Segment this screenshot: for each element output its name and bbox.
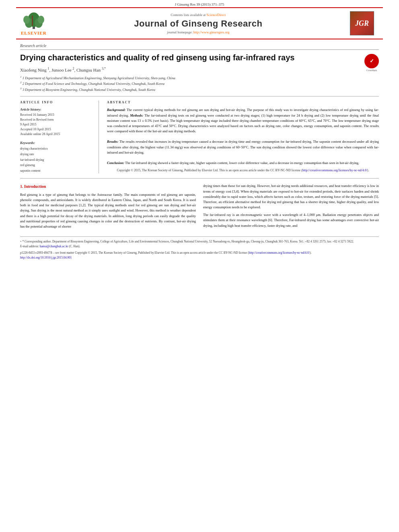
abstract-text: Background: The current typical drying m… (107, 107, 379, 166)
article-title: Drying characteristics and quality of re… (20, 52, 379, 63)
received-revised-label: Received in Revised form (20, 117, 90, 122)
crossmark-badge: ✓ CrossMark (364, 54, 379, 72)
pissn-text: p1226-8453 e2093-4947/$ – see front matt… (20, 251, 249, 255)
svg-point-5 (38, 16, 44, 24)
authors-line: Xiaofeng Ning 1, Junsoo Lee 2, Chungsu H… (20, 67, 379, 72)
elsevier-logo: ELSEVIER (21, 12, 47, 35)
body-columns: 1. Introduction Red ginseng is a type of… (20, 183, 379, 232)
pissn-link[interactable]: http://creativecommons.org/licenses/by-n… (249, 251, 310, 255)
journal-homepage: journal homepage: http://www.ginsengres.… (47, 30, 350, 34)
footnote-star: * (20, 240, 22, 243)
svg-point-4 (23, 16, 30, 24)
jgr-logo-box: JGR (350, 11, 374, 35)
author1-sup: 1 (47, 67, 49, 70)
keyword-1: drying characteristics (20, 146, 90, 152)
background-label: Background: (107, 108, 125, 112)
email-label: E-mail address: (20, 244, 39, 248)
svg-rect-6 (32, 16, 33, 26)
corresponding-text: Department of Biosystem Engineering, Col… (52, 240, 354, 243)
results-text: The results revealed that increases in d… (107, 140, 379, 154)
received-revised-date: 9 April 2015 (20, 122, 90, 127)
jgr-logo: JGR (350, 11, 378, 35)
body-right-column: drying times than those for sun drying. … (203, 183, 379, 232)
conclusion-label: Conclusion: (107, 161, 124, 165)
keyword-4: red ginseng (20, 162, 90, 168)
keyword-3: far-infrared drying (20, 157, 90, 163)
pissn-line: p1226-8453 e2093-4947/$ – see front matt… (20, 251, 379, 255)
methods-label: Methods: (130, 113, 143, 117)
aff3-sup: 3 (20, 87, 22, 90)
intro-paragraph-1: Red ginseng is a type of ginseng that be… (20, 192, 196, 229)
journal-citation: J Ginseng Res 39 (2015) 371–375 (0, 0, 399, 7)
keywords-list: drying characteristics drying rate far-i… (20, 146, 90, 173)
elsevier-tree-icon (22, 12, 46, 30)
results-label: Results: (107, 140, 118, 144)
article-info-title: Article Info (20, 101, 90, 104)
keywords-label: Keywords: (20, 141, 90, 145)
abstract-copyright: Copyright © 2015, The Korean Society of … (107, 168, 379, 173)
corresponding-label: * Corresponding author. (22, 240, 51, 243)
aff1-sup: 1 (20, 75, 22, 78)
pissn-end: ). (310, 251, 311, 255)
article-type: Research article (20, 43, 379, 50)
keyword-2: drying rate (20, 152, 90, 157)
accepted-date: Accepted 10 April 2015 (20, 127, 90, 132)
abstract-section: Abstract Background: The current typical… (107, 101, 379, 173)
journal-title: Journal of Ginseng Research (47, 18, 350, 29)
section-divider (20, 178, 379, 179)
aff2-sup: 2 (20, 81, 22, 84)
doi-link[interactable]: http://dx.doi.org/10.1016/j.jgr.2015.04.… (20, 256, 72, 259)
article-info-panel: Article Info Article history: Received 1… (20, 101, 90, 173)
introduction-heading: 1. Introduction (20, 183, 196, 190)
body-left-column: 1. Introduction Red ginseng is a type of… (20, 183, 196, 232)
affiliation-1: 1 1 Department of Agricultural Mechaniza… (20, 75, 379, 81)
sciencedirect-line: Contents lists available at ScienceDirec… (47, 13, 350, 17)
available-date: Available online 28 April 2015 (20, 132, 90, 137)
crossmark-icon: ✓ (364, 54, 379, 68)
intro-paragraph-2-right: The far-infrared ray is an electromagnet… (203, 212, 379, 228)
header-bar: ELSEVIER Contents lists available at Sci… (16, 7, 383, 39)
footer-notes: * * Corresponding author. Department of … (20, 236, 379, 260)
main-content: Research article ✓ CrossMark Drying char… (0, 39, 399, 264)
crossmark-label: CrossMark (364, 69, 379, 72)
doi-line: http://dx.doi.org/10.1016/j.jgr.2015.04.… (20, 255, 379, 260)
methods-text: The far-infrared drying tests on red gin… (107, 113, 379, 134)
corresponding-author-note: * * Corresponding author. Department of … (20, 239, 379, 244)
title-area: ✓ CrossMark Drying characteristics and q… (20, 52, 379, 63)
abstract-title: Abstract (107, 101, 379, 104)
affiliation-3: 3 3 Department of Biosystem Engineering,… (20, 86, 379, 92)
journal-center: Contents lists available at ScienceDirec… (47, 13, 350, 34)
article-info-abstract: Article Info Article history: Received 1… (20, 96, 379, 173)
article-history-label: Article history: (20, 107, 90, 111)
author2-sup: 2 (72, 67, 74, 70)
info-abstract-divider (99, 101, 99, 173)
affiliation-2: 2 2 Department of Food Science and Techn… (20, 80, 379, 86)
email-link[interactable]: hansu@chungbuk.ac.kr (40, 244, 68, 248)
received-date: Received 16 January 2015 (20, 113, 90, 117)
affiliations: 1 1 Department of Agricultural Mechaniza… (20, 75, 379, 92)
author3-star: * (104, 67, 106, 70)
email-line: E-mail address: hansu@chungbuk.ac.kr (C.… (20, 244, 379, 249)
conclusion-text: The far-infrared drying showed a faster … (125, 161, 359, 165)
email-suffix: (C. Han). (69, 244, 80, 248)
intro-paragraph-1-right: drying times than those for sun drying. … (203, 183, 379, 210)
keyword-5: saponin content (20, 168, 90, 174)
